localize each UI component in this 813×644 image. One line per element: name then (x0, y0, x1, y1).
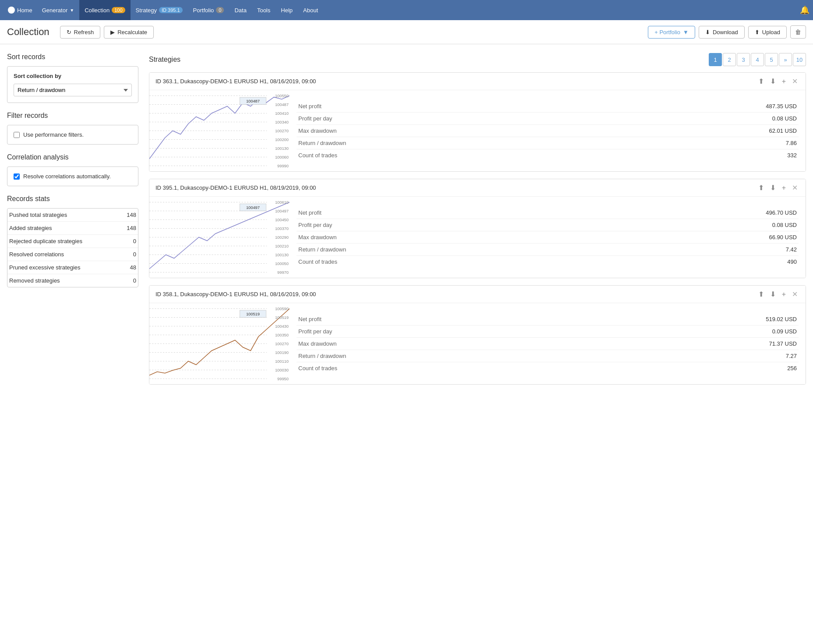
svg-text:100519: 100519 (275, 315, 289, 320)
stat-row: Count of trades 332 (297, 149, 799, 162)
portfolio-button[interactable]: + Portfolio ▼ (648, 26, 695, 39)
nav-portfolio-label: Portfolio (193, 7, 214, 14)
refresh-label: Refresh (74, 29, 94, 35)
stat-label: Max drawdown (297, 125, 597, 137)
stat-value: 0 (119, 248, 138, 261)
nav-about-button[interactable]: About (298, 0, 323, 20)
card-add-button[interactable]: + (780, 290, 788, 299)
stat-label: Count of trades (297, 362, 597, 375)
svg-text:100370: 100370 (275, 226, 289, 231)
pagination-page-4[interactable]: 4 (751, 53, 764, 66)
nav-collection-label: Collection (85, 7, 110, 14)
card-close-button[interactable]: ✕ (790, 76, 799, 86)
stat-label: Net profit (297, 313, 597, 326)
strategies-header: Strategies 12345»10 (149, 53, 806, 66)
delete-button[interactable]: 🗑 (790, 25, 806, 39)
records-stats-row: Added strategies148 (7, 222, 138, 235)
nav-data-button[interactable]: Data (229, 0, 251, 20)
performance-filter-checkbox[interactable] (14, 132, 20, 138)
svg-text:100430: 100430 (275, 324, 289, 329)
stat-value: 519.02 USD (597, 313, 799, 326)
svg-text:99990: 99990 (277, 164, 289, 168)
pagination-page-2[interactable]: 2 (723, 53, 736, 66)
card-down-button[interactable]: ⬇ (768, 76, 778, 86)
collection-badge: 100 (112, 7, 125, 13)
stat-value: 256 (597, 362, 799, 375)
pagination-page-»[interactable]: » (779, 53, 792, 66)
svg-text:100410: 100410 (275, 111, 289, 116)
nav-portfolio-button[interactable]: Portfolio 0 (188, 0, 230, 20)
nav-strategy-button[interactable]: Strategy ID 395.1 (131, 0, 188, 20)
chart-area: 100497 100610100497100450100370100290100… (149, 197, 290, 278)
records-stats-row: Pruned excessive strategies48 (7, 261, 138, 274)
stat-value: 7.27 (597, 350, 799, 362)
toolbar: Collection ↻ Refresh ▶ Recalculate + Por… (0, 20, 813, 44)
correlation-checkbox[interactable] (14, 173, 20, 180)
refresh-button[interactable]: ↻ Refresh (60, 26, 101, 39)
stat-label: Return / drawdown (297, 350, 597, 362)
notification-icon[interactable]: 🔔 (800, 6, 809, 14)
card-actions: ⬆ ⬇ + ✕ (756, 76, 799, 86)
stat-value: 496.70 USD (597, 207, 799, 219)
pagination-page-1[interactable]: 1 (709, 53, 722, 66)
stat-row: Profit per day 0.08 USD (297, 113, 799, 125)
records-stats-row: Resolved correlations0 (7, 248, 138, 261)
card-down-button[interactable]: ⬇ (768, 183, 778, 193)
stat-value: 332 (597, 149, 799, 162)
svg-text:100519: 100519 (246, 312, 260, 317)
download-button[interactable]: ⬇ Download (699, 26, 745, 39)
records-stats-box: Pushed total strategies148Added strategi… (7, 208, 138, 287)
stat-value: 487.35 USD (597, 100, 799, 113)
sort-collection-select[interactable]: Return / drawdown Net profit Profit per … (14, 84, 132, 96)
refresh-icon: ↻ (67, 29, 71, 35)
nav-help-button[interactable]: Help (276, 0, 298, 20)
correlation-checkbox-row: Resolve correlations automatically. (14, 173, 132, 180)
nav-collection-button[interactable]: Collection 100 (79, 0, 130, 20)
svg-text:100497: 100497 (246, 206, 260, 210)
stat-value: 0.09 USD (597, 326, 799, 338)
strategy-card-body: 100519 100590100519100430100350100270100… (149, 303, 806, 384)
pagination: 12345»10 (709, 53, 806, 66)
svg-text:100210: 100210 (275, 244, 289, 248)
nav-generator-button[interactable]: Generator ▼ (37, 0, 79, 20)
stat-row: Max drawdown 62.01 USD (297, 125, 799, 137)
card-close-button[interactable]: ✕ (790, 183, 799, 193)
chart-area: 100487 100550100487100410100340100270100… (149, 90, 290, 171)
stat-value: 71.37 USD (597, 338, 799, 350)
card-add-button[interactable]: + (780, 77, 788, 86)
card-close-button[interactable]: ✕ (790, 289, 799, 299)
card-up-button[interactable]: ⬆ (756, 183, 766, 193)
card-actions: ⬆ ⬇ + ✕ (756, 183, 799, 193)
nav-generator-label: Generator (42, 7, 68, 14)
stat-label: Pruned excessive strategies (7, 261, 119, 274)
svg-text:100060: 100060 (275, 155, 289, 159)
card-up-button[interactable]: ⬆ (756, 76, 766, 86)
card-add-button[interactable]: + (780, 183, 788, 193)
pagination-page-3[interactable]: 3 (737, 53, 750, 66)
main-layout: Sort records Sort collection by Return /… (0, 44, 813, 400)
pagination-page-10[interactable]: 10 (793, 53, 806, 66)
left-panel: Sort records Sort collection by Return /… (7, 53, 138, 392)
nav-home-button[interactable]: Home (4, 0, 37, 20)
upload-button[interactable]: ⬆ Upload (748, 26, 787, 39)
stat-value: 0 (119, 235, 138, 248)
recalculate-button[interactable]: ▶ Recalculate (104, 26, 154, 39)
svg-text:100130: 100130 (275, 146, 289, 151)
strategy-card-body: 100497 100610100497100450100370100290100… (149, 197, 806, 278)
nav-tools-button[interactable]: Tools (252, 0, 276, 20)
strategy-card-card-2: ID 395.1, Dukascopy-DEMO-1 EURUSD H1, 08… (149, 179, 806, 278)
card-down-button[interactable]: ⬇ (768, 289, 778, 299)
svg-text:100290: 100290 (275, 235, 289, 240)
stat-label: Net profit (297, 100, 597, 113)
pagination-page-5[interactable]: 5 (765, 53, 778, 66)
card-up-button[interactable]: ⬆ (756, 289, 766, 299)
stats-area: Net profit 519.02 USD Profit per day 0.0… (290, 303, 806, 384)
strategy-card-title: ID 358.1, Dukascopy-DEMO-1 EURUSD H1, 08… (156, 291, 756, 297)
upload-icon: ⬆ (755, 29, 760, 35)
correlation-section: Correlation analysis Resolve correlation… (7, 153, 138, 186)
stat-value: 490 (597, 256, 799, 268)
recalculate-label: Recalculate (117, 29, 147, 35)
stat-row: Net profit 496.70 USD (297, 207, 799, 219)
performance-filter-row: Use performance filters. (14, 131, 132, 138)
svg-text:100610: 100610 (275, 200, 289, 205)
